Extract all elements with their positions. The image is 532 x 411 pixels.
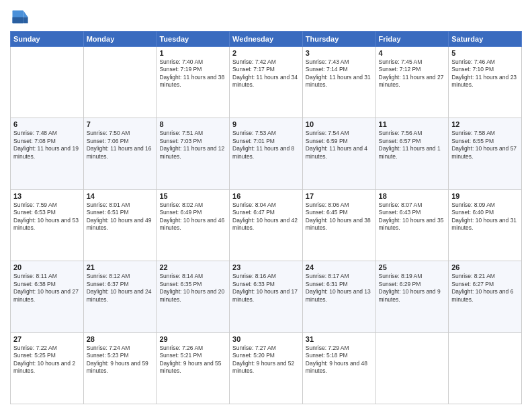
day-info: Sunrise: 8:04 AM Sunset: 6:47 PM Dayligh… xyxy=(232,201,300,232)
page: SundayMondayTuesdayWednesdayThursdayFrid… xyxy=(0,0,532,411)
day-cell: 4Sunrise: 7:45 AM Sunset: 7:12 PM Daylig… xyxy=(375,47,449,118)
day-info: Sunrise: 8:09 AM Sunset: 6:40 PM Dayligh… xyxy=(451,201,519,232)
weekday-header-wednesday: Wednesday xyxy=(230,32,303,47)
day-cell: 21Sunrise: 8:12 AM Sunset: 6:37 PM Dayli… xyxy=(83,261,157,332)
day-info: Sunrise: 8:11 AM Sunset: 6:38 PM Dayligh… xyxy=(13,273,81,304)
weekday-header-tuesday: Tuesday xyxy=(157,32,230,47)
day-cell: 30Sunrise: 7:27 AM Sunset: 5:20 PM Dayli… xyxy=(230,332,303,404)
day-info: Sunrise: 7:22 AM Sunset: 5:25 PM Dayligh… xyxy=(13,345,81,375)
day-cell: 22Sunrise: 8:14 AM Sunset: 6:35 PM Dayli… xyxy=(157,261,230,332)
day-cell: 27Sunrise: 7:22 AM Sunset: 5:25 PM Dayli… xyxy=(11,332,84,404)
day-info: Sunrise: 8:06 AM Sunset: 6:45 PM Dayligh… xyxy=(306,201,373,232)
day-number: 7 xyxy=(87,120,154,128)
day-info: Sunrise: 7:29 AM Sunset: 5:18 PM Dayligh… xyxy=(306,345,373,375)
day-cell xyxy=(83,47,157,118)
day-number: 15 xyxy=(159,192,226,200)
day-info: Sunrise: 8:12 AM Sunset: 6:37 PM Dayligh… xyxy=(87,273,154,304)
day-info: Sunrise: 7:26 AM Sunset: 5:21 PM Dayligh… xyxy=(159,345,226,375)
weekday-header-monday: Monday xyxy=(83,32,157,47)
svg-rect-3 xyxy=(13,17,24,23)
day-info: Sunrise: 7:51 AM Sunset: 7:03 PM Dayligh… xyxy=(159,130,226,161)
day-cell: 9Sunrise: 7:53 AM Sunset: 7:01 PM Daylig… xyxy=(230,118,303,189)
weekday-header-friday: Friday xyxy=(375,32,449,47)
day-info: Sunrise: 7:46 AM Sunset: 7:10 PM Dayligh… xyxy=(451,58,519,89)
day-cell: 16Sunrise: 8:04 AM Sunset: 6:47 PM Dayli… xyxy=(230,189,303,261)
day-info: Sunrise: 7:58 AM Sunset: 6:55 PM Dayligh… xyxy=(451,130,519,161)
day-info: Sunrise: 8:02 AM Sunset: 6:49 PM Dayligh… xyxy=(159,201,226,232)
day-cell: 11Sunrise: 7:56 AM Sunset: 6:57 PM Dayli… xyxy=(375,118,449,189)
day-cell: 17Sunrise: 8:06 AM Sunset: 6:45 PM Dayli… xyxy=(302,189,375,261)
day-info: Sunrise: 8:19 AM Sunset: 6:29 PM Dayligh… xyxy=(379,273,446,304)
day-number: 2 xyxy=(232,49,300,57)
day-number: 1 xyxy=(159,49,226,57)
header xyxy=(10,7,522,26)
day-cell xyxy=(11,47,84,118)
day-number: 17 xyxy=(306,192,373,200)
week-row-2: 6Sunrise: 7:48 AM Sunset: 7:08 PM Daylig… xyxy=(11,118,522,189)
day-number: 26 xyxy=(451,263,519,271)
weekday-header-sunday: Sunday xyxy=(11,32,84,47)
svg-marker-0 xyxy=(24,11,28,17)
day-cell: 24Sunrise: 8:17 AM Sunset: 6:31 PM Dayli… xyxy=(302,261,375,332)
week-row-3: 13Sunrise: 7:59 AM Sunset: 6:53 PM Dayli… xyxy=(11,189,522,261)
day-number: 16 xyxy=(232,192,300,200)
day-cell: 2Sunrise: 7:42 AM Sunset: 7:17 PM Daylig… xyxy=(230,47,303,118)
day-number: 3 xyxy=(306,49,373,57)
weekday-header-thursday: Thursday xyxy=(302,32,375,47)
logo-icon xyxy=(10,7,29,26)
day-number: 11 xyxy=(379,120,446,128)
day-number: 24 xyxy=(306,263,373,271)
day-cell: 23Sunrise: 8:16 AM Sunset: 6:33 PM Dayli… xyxy=(230,261,303,332)
day-cell: 29Sunrise: 7:26 AM Sunset: 5:21 PM Dayli… xyxy=(157,332,230,404)
day-number: 10 xyxy=(306,120,373,128)
day-cell: 28Sunrise: 7:24 AM Sunset: 5:23 PM Dayli… xyxy=(83,332,157,404)
day-cell xyxy=(375,332,449,404)
day-info: Sunrise: 8:07 AM Sunset: 6:43 PM Dayligh… xyxy=(379,201,446,232)
week-row-1: 1Sunrise: 7:40 AM Sunset: 7:19 PM Daylig… xyxy=(11,47,522,118)
weekday-header-saturday: Saturday xyxy=(449,32,522,47)
day-number: 8 xyxy=(159,120,226,128)
day-number: 29 xyxy=(159,335,226,343)
day-number: 31 xyxy=(306,335,373,343)
day-info: Sunrise: 8:21 AM Sunset: 6:27 PM Dayligh… xyxy=(451,273,519,304)
day-cell: 8Sunrise: 7:51 AM Sunset: 7:03 PM Daylig… xyxy=(157,118,230,189)
day-number: 20 xyxy=(13,263,81,271)
calendar-table: SundayMondayTuesdayWednesdayThursdayFrid… xyxy=(10,31,522,404)
day-number: 14 xyxy=(87,192,154,200)
week-row-5: 27Sunrise: 7:22 AM Sunset: 5:25 PM Dayli… xyxy=(11,332,522,404)
day-number: 25 xyxy=(379,263,446,271)
day-cell xyxy=(449,332,522,404)
weekday-header-row: SundayMondayTuesdayWednesdayThursdayFrid… xyxy=(11,32,522,47)
day-info: Sunrise: 7:40 AM Sunset: 7:19 PM Dayligh… xyxy=(159,58,226,89)
day-number: 18 xyxy=(379,192,446,200)
day-cell: 7Sunrise: 7:50 AM Sunset: 7:06 PM Daylig… xyxy=(83,118,157,189)
day-info: Sunrise: 7:45 AM Sunset: 7:12 PM Dayligh… xyxy=(379,58,446,89)
day-cell: 13Sunrise: 7:59 AM Sunset: 6:53 PM Dayli… xyxy=(11,189,84,261)
day-cell: 5Sunrise: 7:46 AM Sunset: 7:10 PM Daylig… xyxy=(449,47,522,118)
day-info: Sunrise: 7:27 AM Sunset: 5:20 PM Dayligh… xyxy=(232,345,300,375)
day-number: 13 xyxy=(13,192,81,200)
day-number: 4 xyxy=(379,49,446,57)
day-info: Sunrise: 7:42 AM Sunset: 7:17 PM Dayligh… xyxy=(232,58,300,89)
day-cell: 3Sunrise: 7:43 AM Sunset: 7:14 PM Daylig… xyxy=(302,47,375,118)
day-number: 6 xyxy=(13,120,81,128)
day-cell: 6Sunrise: 7:48 AM Sunset: 7:08 PM Daylig… xyxy=(11,118,84,189)
day-cell: 1Sunrise: 7:40 AM Sunset: 7:19 PM Daylig… xyxy=(157,47,230,118)
day-info: Sunrise: 7:43 AM Sunset: 7:14 PM Dayligh… xyxy=(306,58,373,89)
day-info: Sunrise: 7:56 AM Sunset: 6:57 PM Dayligh… xyxy=(379,130,446,161)
day-info: Sunrise: 7:48 AM Sunset: 7:08 PM Dayligh… xyxy=(13,130,81,161)
day-number: 19 xyxy=(451,192,519,200)
day-info: Sunrise: 7:24 AM Sunset: 5:23 PM Dayligh… xyxy=(87,345,154,375)
day-number: 12 xyxy=(451,120,519,128)
day-number: 27 xyxy=(13,335,81,343)
day-info: Sunrise: 8:14 AM Sunset: 6:35 PM Dayligh… xyxy=(159,273,226,304)
logo xyxy=(10,7,32,26)
week-row-4: 20Sunrise: 8:11 AM Sunset: 6:38 PM Dayli… xyxy=(11,261,522,332)
day-cell: 18Sunrise: 8:07 AM Sunset: 6:43 PM Dayli… xyxy=(375,189,449,261)
day-number: 5 xyxy=(451,49,519,57)
day-cell: 15Sunrise: 8:02 AM Sunset: 6:49 PM Dayli… xyxy=(157,189,230,261)
day-number: 23 xyxy=(232,263,300,271)
day-cell: 10Sunrise: 7:54 AM Sunset: 6:59 PM Dayli… xyxy=(302,118,375,189)
day-cell: 26Sunrise: 8:21 AM Sunset: 6:27 PM Dayli… xyxy=(449,261,522,332)
day-info: Sunrise: 7:59 AM Sunset: 6:53 PM Dayligh… xyxy=(13,201,81,232)
